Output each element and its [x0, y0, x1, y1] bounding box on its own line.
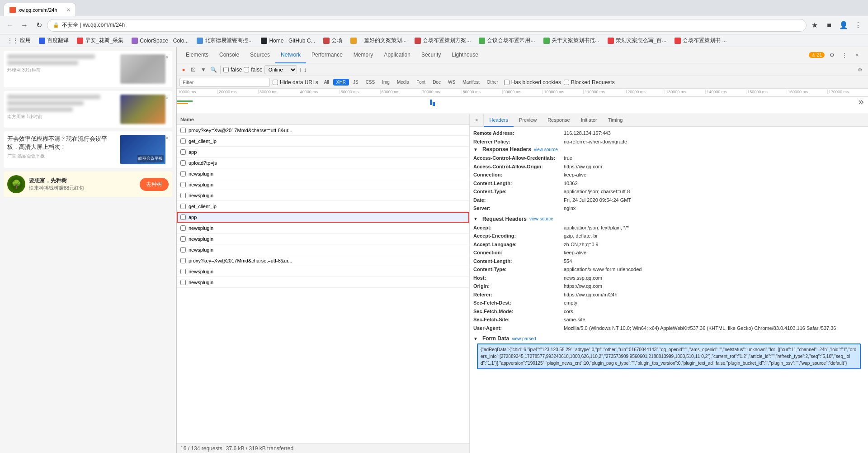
tab-lighthouse[interactable]: Lighthouse: [446, 47, 484, 63]
table-row[interactable]: proxy?key=Xw@2017Mmd&charset=utf-8&ur...: [177, 255, 469, 266]
filter-ws[interactable]: WS: [445, 79, 458, 86]
download-arrow[interactable]: ↓: [304, 66, 307, 73]
filter-input[interactable]: [179, 78, 270, 87]
bookmark-baidu[interactable]: 百度翻译: [35, 36, 72, 45]
tab-response[interactable]: Response: [542, 114, 576, 127]
has-blocked-cookies-input[interactable]: [504, 80, 509, 85]
view-parsed-link[interactable]: view parsed: [512, 336, 536, 341]
row-checkbox[interactable]: [180, 225, 186, 231]
filter-media[interactable]: Media: [394, 79, 412, 86]
filter-button[interactable]: ▼: [199, 66, 208, 74]
bookmark-huichangshu[interactable]: 会场布置策划书 ...: [671, 36, 730, 45]
search-button[interactable]: 🔍: [209, 66, 217, 74]
row-checkbox[interactable]: [180, 193, 186, 198]
preserve-log-checkbox[interactable]: false: [223, 67, 242, 73]
devtools-close-button[interactable]: ×: [852, 50, 863, 61]
devtools-settings-button[interactable]: ⚙: [826, 50, 837, 61]
row-checkbox[interactable]: [180, 247, 186, 253]
filter-js[interactable]: JS: [350, 79, 362, 86]
bookmark-yiplan[interactable]: 一篇好的文案策划...: [347, 36, 410, 45]
tab-sources[interactable]: Sources: [245, 47, 275, 63]
row-checkbox[interactable]: [180, 160, 186, 166]
address-bar[interactable]: 🔒 不安全 | xw.qq.com/m/24h: [47, 19, 807, 32]
table-row[interactable]: newsplugin: [177, 168, 469, 179]
preserve-log-input[interactable]: [223, 67, 229, 72]
table-row[interactable]: newsplugin: [177, 223, 469, 234]
clear-button[interactable]: ⛝: [189, 66, 198, 74]
table-row[interactable]: get_client_ip: [177, 201, 469, 212]
table-row[interactable]: upload?tp=js: [177, 157, 469, 168]
filter-manifest[interactable]: Manifest: [459, 79, 483, 86]
bookmark-huichangplan[interactable]: 会场布置策划方案...: [411, 36, 474, 45]
tab-security[interactable]: Security: [416, 47, 446, 63]
row-checkbox[interactable]: [180, 171, 186, 176]
hide-data-urls-input[interactable]: [273, 80, 278, 85]
browser-tab[interactable]: xw.qq.com/m/24h ×: [4, 3, 76, 16]
record-button[interactable]: ●: [179, 66, 188, 74]
close-icon[interactable]: ×: [165, 54, 169, 61]
tab-x-close[interactable]: ×: [470, 114, 484, 127]
filter-css[interactable]: CSS: [363, 79, 378, 86]
blocked-requests-input[interactable]: [564, 80, 569, 85]
bookmark-huiyi[interactable]: 会议会场布置常用...: [475, 36, 538, 45]
tab-preview[interactable]: Preview: [514, 114, 542, 127]
tab-network[interactable]: Network: [275, 47, 306, 63]
row-checkbox[interactable]: [180, 280, 186, 285]
devtools-more-button[interactable]: ⋮: [839, 50, 850, 61]
row-checkbox[interactable]: [180, 182, 186, 187]
row-checkbox[interactable]: [180, 138, 186, 144]
row-checkbox[interactable]: [180, 204, 186, 209]
table-row[interactable]: newsplugin: [177, 190, 469, 201]
tab-application[interactable]: Application: [378, 47, 416, 63]
bookmark-cehua[interactable]: 策划文案怎么写_百...: [604, 36, 670, 45]
view-source-link[interactable]: view source: [529, 216, 553, 221]
collapse-icon[interactable]: ▼: [473, 147, 478, 152]
disable-cache-input[interactable]: [244, 67, 249, 72]
row-checkbox[interactable]: [180, 269, 186, 274]
table-row[interactable]: newsplugin: [177, 244, 469, 255]
blocked-requests-checkbox[interactable]: Blocked Requests: [564, 79, 615, 86]
filter-font[interactable]: Font: [413, 79, 429, 86]
table-row[interactable]: newsplugin: [177, 179, 469, 190]
tab-memory[interactable]: Memory: [348, 47, 378, 63]
timeline-expand-icon[interactable]: [857, 99, 864, 106]
tab-console[interactable]: Console: [214, 47, 245, 63]
table-row[interactable]: app: [177, 212, 469, 223]
devtools-settings-icon[interactable]: ⚙: [854, 64, 865, 75]
table-row[interactable]: app: [177, 147, 469, 157]
collapse-icon[interactable]: ▼: [473, 336, 478, 341]
hide-data-urls-checkbox[interactable]: Hide data URLs: [273, 79, 318, 86]
table-row[interactable]: newsplugin: [177, 266, 469, 277]
table-row[interactable]: proxy?key=Xw@2017Mmd&charset=utf-8&ur...: [177, 125, 469, 136]
row-checkbox[interactable]: [180, 215, 186, 220]
table-row[interactable]: newsplugin: [177, 277, 469, 288]
bookmark-button[interactable]: ★: [808, 19, 821, 32]
close-tab-button[interactable]: ×: [67, 7, 70, 13]
close-icon[interactable]: ×: [165, 135, 169, 141]
row-checkbox[interactable]: [180, 149, 186, 155]
filter-doc[interactable]: Doc: [429, 79, 444, 86]
view-source-link[interactable]: view source: [534, 147, 558, 152]
filter-other[interactable]: Other: [484, 79, 501, 86]
bookmark-zaoan[interactable]: 早安_花瓣_采集: [73, 36, 127, 45]
tab-elements[interactable]: Elements: [180, 47, 214, 63]
bookmark-huichang[interactable]: 会场: [320, 36, 346, 45]
row-checkbox[interactable]: [180, 258, 186, 263]
tab-initiator[interactable]: Initiator: [576, 114, 603, 127]
table-row[interactable]: get_client_ip: [177, 136, 469, 147]
bookmark-beijing[interactable]: 北京德易堂瓷商控...: [193, 36, 256, 45]
tab-timing[interactable]: Timing: [603, 114, 628, 127]
forward-button[interactable]: →: [18, 19, 31, 32]
filter-img[interactable]: Img: [379, 79, 393, 86]
extensions-button[interactable]: ■: [823, 19, 835, 32]
tab-performance[interactable]: Performance: [306, 47, 348, 63]
filter-all[interactable]: All: [321, 79, 332, 86]
bookmark-apps[interactable]: ⋮⋮ 应用: [4, 36, 34, 45]
bookmark-github[interactable]: Home - GitHub C...: [257, 37, 319, 45]
table-row[interactable]: newsplugin: [177, 234, 469, 244]
disable-cache-checkbox[interactable]: false: [244, 67, 262, 73]
back-button[interactable]: ←: [4, 19, 16, 32]
row-checkbox[interactable]: [180, 128, 186, 133]
filter-xhr[interactable]: XHR: [333, 79, 349, 86]
bookmark-colorspace[interactable]: ColorSpace - Colo...: [128, 37, 192, 45]
